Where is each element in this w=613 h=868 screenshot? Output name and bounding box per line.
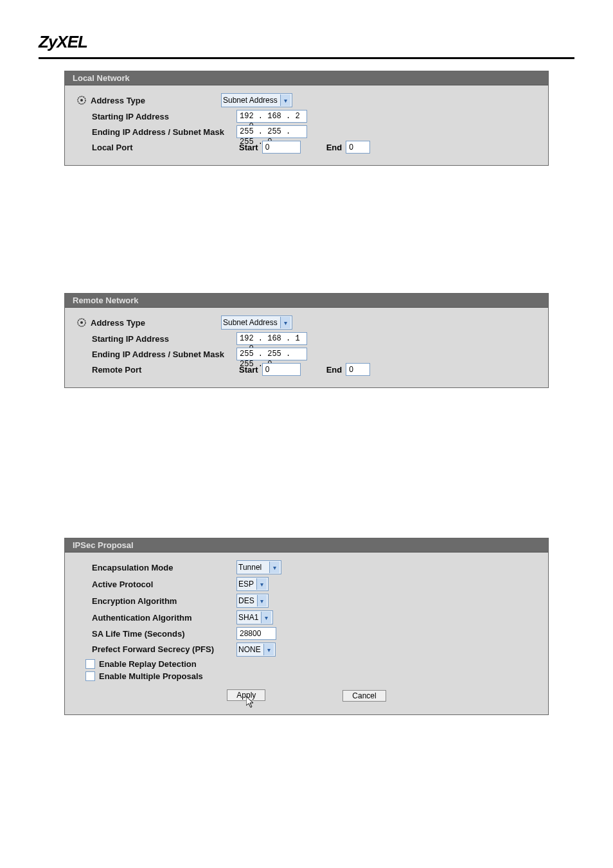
auth-alg-label: Authentication Algorithm <box>73 613 236 623</box>
chevron-down-icon: ▾ <box>263 644 274 655</box>
chevron-down-icon: ▾ <box>280 94 290 106</box>
local-starting-ip-label: Starting IP Address <box>73 112 236 121</box>
divider <box>39 57 574 59</box>
apply-button[interactable]: Apply <box>227 689 265 701</box>
remote-port-end-label: End <box>326 365 342 375</box>
remote-address-type-label: Address Type <box>73 317 221 328</box>
replay-detection-row: Enable Replay Detection <box>73 659 230 669</box>
pfs-label: Prefect Forward Secrecy (PFS) <box>73 645 236 654</box>
sa-life-label: SA Life Time (Seconds) <box>73 629 236 639</box>
local-port-end-label: End <box>326 143 342 152</box>
local-starting-ip-input[interactable]: 192 . 168 . 2 . 0 <box>236 110 307 123</box>
encap-mode-select[interactable]: Tunnel ▾ <box>236 560 281 574</box>
remote-ending-ip-label: Ending IP Address / Subnet Mask <box>73 350 236 359</box>
multi-proposals-row: Enable Multiple Proposals <box>73 671 230 681</box>
remote-address-type-select[interactable]: Subnet Address ▾ <box>221 315 292 330</box>
replay-detection-label: Enable Replay Detection <box>99 659 197 669</box>
local-port-end-input[interactable]: 0 <box>346 141 370 154</box>
remote-port-start-label: Start <box>239 365 258 375</box>
remote-port-end-input[interactable]: 0 <box>346 363 370 376</box>
local-port-start-label: Start <box>239 143 258 152</box>
chevron-down-icon: ▾ <box>257 595 267 607</box>
multi-proposals-checkbox[interactable] <box>85 671 95 681</box>
remote-port-start-input[interactable]: 0 <box>262 363 301 376</box>
gear-icon <box>76 317 87 328</box>
chevron-down-icon: ▾ <box>280 317 290 328</box>
svg-point-1 <box>80 99 83 102</box>
encap-mode-label: Encapsulation Mode <box>73 563 236 572</box>
local-network-panel: Local Network Address Type Subnet Addres… <box>64 71 549 166</box>
chevron-down-icon: ▾ <box>261 612 271 623</box>
ipsec-proposal-panel: IPSec Proposal Encapsulation Mode Tunnel… <box>64 538 549 715</box>
cancel-button[interactable]: Cancel <box>342 690 386 702</box>
remote-starting-ip-input[interactable]: 192 . 168 . 1 . 0 <box>236 332 307 345</box>
local-ending-ip-input[interactable]: 255 . 255 . 255 . 0 <box>236 125 307 138</box>
remote-network-panel: Remote Network Address Type Subnet Addre… <box>64 293 549 388</box>
brand-logo: ZyXEL <box>39 32 87 51</box>
local-port-label: Local Port <box>73 143 236 152</box>
svg-point-3 <box>80 321 83 324</box>
remote-network-header: Remote Network <box>65 294 548 308</box>
local-ending-ip-label: Ending IP Address / Subnet Mask <box>73 127 236 137</box>
remote-port-label: Remote Port <box>73 365 236 375</box>
gear-icon <box>76 95 87 105</box>
active-protocol-label: Active Protocol <box>73 580 236 589</box>
multi-proposals-label: Enable Multiple Proposals <box>99 671 203 681</box>
chevron-down-icon: ▾ <box>256 578 267 590</box>
local-network-header: Local Network <box>65 71 548 85</box>
encryption-alg-label: Encryption Algorithm <box>73 596 236 606</box>
local-address-type-select[interactable]: Subnet Address ▾ <box>221 93 292 107</box>
encryption-alg-select[interactable]: DES ▾ <box>236 594 269 608</box>
remote-ending-ip-input[interactable]: 255 . 255 . 255 . 0 <box>236 348 307 360</box>
replay-detection-checkbox[interactable] <box>85 659 95 669</box>
active-protocol-select[interactable]: ESP ▾ <box>236 577 269 591</box>
chevron-down-icon: ▾ <box>269 562 280 573</box>
pfs-select[interactable]: NONE ▾ <box>236 642 276 657</box>
ipsec-proposal-header: IPSec Proposal <box>65 538 548 553</box>
local-address-type-label: Address Type <box>73 95 221 105</box>
local-port-start-input[interactable]: 0 <box>262 141 301 154</box>
remote-starting-ip-label: Starting IP Address <box>73 334 236 344</box>
auth-alg-select[interactable]: SHA1 ▾ <box>236 610 273 624</box>
sa-life-input[interactable]: 28800 <box>236 627 276 640</box>
